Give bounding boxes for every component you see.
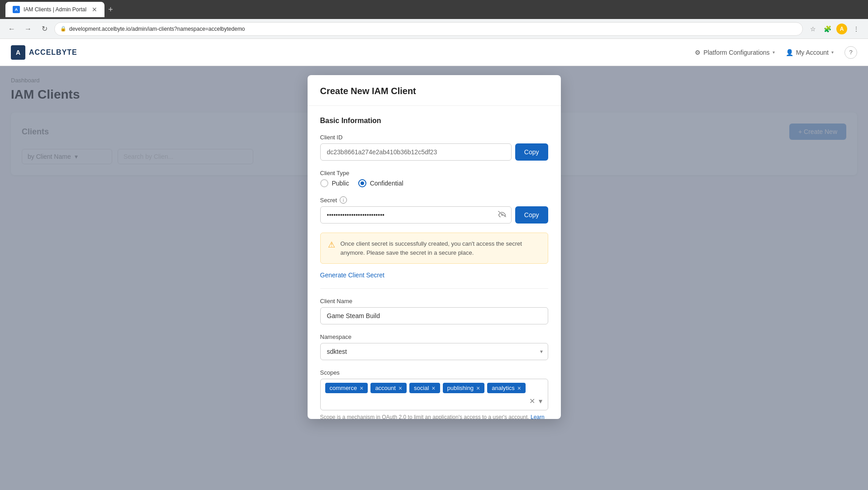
secret-info-icon[interactable]: i <box>340 196 347 204</box>
scope-tag-label: publishing <box>447 385 474 391</box>
tab-favicon: A <box>13 6 20 13</box>
client-name-input[interactable] <box>320 307 548 324</box>
secret-input[interactable] <box>320 206 512 224</box>
nav-bar: ← → ↻ 🔒 development.accelbyte.io/admin/i… <box>0 19 868 39</box>
client-type-radio-group: Public Confidential <box>320 179 548 187</box>
basic-info-section-title: Basic Information <box>320 117 548 125</box>
secret-label: Secret i <box>320 196 548 204</box>
address-bar[interactable]: 🔒 development.accelbyte.io/admin/iam-cli… <box>54 22 803 36</box>
public-radio-option[interactable]: Public <box>320 179 349 187</box>
client-id-input-row: Copy <box>320 143 548 161</box>
help-btn[interactable]: ? <box>844 46 857 59</box>
forward-btn[interactable]: → <box>22 23 34 35</box>
confidential-radio-circle <box>358 179 366 187</box>
scope-tag-analytics: analytics× <box>487 383 526 393</box>
scope-tag-remove-publishing[interactable]: × <box>476 385 480 391</box>
browser-chrome: A IAM Clients | Admin Portal ✕ + <box>0 0 868 19</box>
browser-tab[interactable]: A IAM Clients | Admin Portal ✕ <box>5 2 104 17</box>
browser-actions: ☆ 🧩 A ⋮ <box>806 23 863 35</box>
secret-group: Secret i Copy <box>320 196 548 224</box>
tab-title: IAM Clients | Admin Portal <box>24 6 86 13</box>
address-text: development.accelbyte.io/admin/iam-clien… <box>69 26 245 32</box>
confidential-radio-option[interactable]: Confidential <box>358 179 403 187</box>
scope-tag-label: analytics <box>492 385 515 391</box>
scopes-label: Scopes <box>320 369 548 376</box>
scopes-group: Scopes commerce×account×social×publishin… <box>320 369 548 419</box>
expand-scopes-btn[interactable]: ▾ <box>538 396 543 406</box>
modal-title: Create New IAM Client <box>320 86 548 96</box>
create-iam-client-modal: Create New IAM Client Basic Information … <box>308 75 561 419</box>
client-name-label: Client Name <box>320 298 548 304</box>
divider <box>320 288 548 289</box>
secret-input-row: Copy <box>320 206 548 224</box>
scope-tag-label: commerce <box>330 385 357 391</box>
scope-tag-label: social <box>414 385 429 391</box>
scope-tag-commerce: commerce× <box>325 383 368 393</box>
platform-configs-chevron: ▾ <box>773 50 775 55</box>
scope-tag-account: account× <box>370 383 407 393</box>
bookmark-btn[interactable]: ☆ <box>806 23 819 35</box>
scopes-actions: ✕ ▾ <box>528 396 543 406</box>
back-btn[interactable]: ← <box>5 23 18 35</box>
client-id-group: Client ID Copy <box>320 134 548 161</box>
lock-icon: 🔒 <box>60 26 66 32</box>
new-tab-btn[interactable]: + <box>108 5 113 14</box>
client-type-group: Client Type Public Confidential <box>320 170 548 187</box>
warning-icon: ⚠ <box>328 240 335 257</box>
generate-client-secret-link[interactable]: Generate Client Secret <box>320 271 384 279</box>
modal-header: Create New IAM Client <box>308 75 561 106</box>
logo-text: ACCELBYTE <box>29 48 77 57</box>
client-id-label: Client ID <box>320 134 548 141</box>
person-icon: 👤 <box>786 49 793 56</box>
scope-tag-label: account <box>375 385 396 391</box>
modal-backdrop: Create New IAM Client Basic Information … <box>0 66 868 490</box>
namespace-label: Namespace <box>320 333 548 340</box>
scopes-container[interactable]: commerce×account×social×publishing×analy… <box>320 379 548 410</box>
platform-configs-btn[interactable]: ⚙ Platform Configurations ▾ <box>695 49 774 56</box>
scope-tag-remove-analytics[interactable]: × <box>517 385 521 391</box>
toggle-secret-visibility-icon[interactable] <box>498 211 506 219</box>
scope-tag-remove-commerce[interactable]: × <box>360 385 363 391</box>
copy-secret-btn[interactable]: Copy <box>515 206 548 224</box>
scope-tag-remove-account[interactable]: × <box>398 385 402 391</box>
scope-tag-social: social× <box>409 383 440 393</box>
secret-input-wrapper <box>320 206 512 224</box>
main-content: Dashboard IAM Clients Clients + Create N… <box>0 66 868 490</box>
public-radio-circle <box>320 179 328 187</box>
my-account-btn[interactable]: 👤 My Account ▾ <box>786 49 834 56</box>
namespace-select[interactable]: sdktest <box>320 343 548 360</box>
header-actions: ⚙ Platform Configurations ▾ 👤 My Account… <box>695 46 857 59</box>
scope-hint: Scope is a mechanism in OAuth 2.0 to lim… <box>320 414 548 419</box>
extension-btn[interactable]: 🧩 <box>821 23 834 35</box>
my-account-chevron: ▾ <box>831 50 834 55</box>
client-type-label: Client Type <box>320 170 548 176</box>
namespace-select-wrapper: sdktest ▾ <box>320 343 548 360</box>
modal-body: Basic Information Client ID Copy Client … <box>308 106 561 419</box>
logo-icon: A <box>11 45 25 60</box>
user-avatar: A <box>836 24 847 34</box>
tab-close-btn[interactable]: ✕ <box>92 6 97 13</box>
scope-tag-remove-social[interactable]: × <box>432 385 435 391</box>
client-id-input[interactable] <box>320 143 512 161</box>
namespace-group: Namespace sdktest ▾ <box>320 333 548 360</box>
refresh-btn[interactable]: ↻ <box>38 23 51 35</box>
profile-btn[interactable]: A <box>835 23 848 35</box>
clear-scopes-btn[interactable]: ✕ <box>528 396 536 406</box>
client-name-group: Client Name <box>320 298 548 324</box>
logo-area: A ACCELBYTE <box>11 45 695 60</box>
scope-tag-publishing: publishing× <box>443 383 485 393</box>
warning-box: ⚠ Once client secret is successfully cre… <box>320 233 548 264</box>
warning-text: Once client secret is successfully creat… <box>341 239 541 257</box>
menu-btn[interactable]: ⋮ <box>850 23 863 35</box>
app-header: A ACCELBYTE ⚙ Platform Configurations ▾ … <box>0 39 868 66</box>
gear-icon: ⚙ <box>695 49 701 56</box>
copy-client-id-btn[interactable]: Copy <box>515 143 548 161</box>
